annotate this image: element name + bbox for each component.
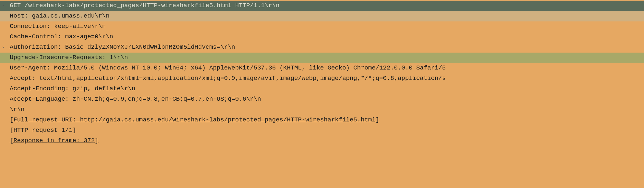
packet-line-6[interactable]: User-Agent: Mozilla/5.0 (Windows NT 10.0… xyxy=(0,63,644,73)
packet-line-3[interactable]: Cache-Control: max-age=0\r\n xyxy=(0,32,644,42)
packet-line-text: Cache-Control: max-age=0\r\n xyxy=(10,32,113,42)
packet-line-text: [HTTP request 1/1] xyxy=(10,125,76,135)
packet-line-text: \r\n xyxy=(10,105,25,115)
packet-line-text: User-Agent: Mozilla/5.0 (Windows NT 10.0… xyxy=(10,63,446,73)
packet-line-text: Accept: text/html,application/xhtml+xml,… xyxy=(10,73,446,83)
packet-line-text: Authorization: Basic d2lyZXNoYXJrLXN0dWR… xyxy=(10,42,235,52)
packet-line-10[interactable]: \r\n xyxy=(0,105,644,115)
packet-line-12[interactable]: [HTTP request 1/1] xyxy=(0,125,644,136)
packet-line-text: Accept-Encoding: gzip, deflate\r\n xyxy=(10,84,135,94)
packet-line-9[interactable]: Accept-Language: zh-CN,zh;q=0.9,en;q=0.8… xyxy=(0,94,644,105)
chevron-right-icon[interactable]: › xyxy=(2,44,5,51)
packet-link-text[interactable]: [Response in frame: 372] xyxy=(10,136,99,146)
packet-line-1[interactable]: Host: gaia.cs.umass.edu\r\n xyxy=(0,11,644,21)
packet-line-0[interactable]: ›GET /wireshark-labs/protected_pages/HTT… xyxy=(0,1,644,11)
packet-line-text: Upgrade-Insecure-Requests: 1\r\n xyxy=(10,53,128,63)
packet-line-8[interactable]: Accept-Encoding: gzip, deflate\r\n xyxy=(0,84,644,94)
packet-details-panel[interactable]: ›GET /wireshark-labs/protected_pages/HTT… xyxy=(0,0,644,147)
packet-link-text[interactable]: [Full request URI: http://gaia.cs.umass.… xyxy=(10,115,379,125)
packet-line-4[interactable]: ›Authorization: Basic d2lyZXNoYXJrLXN0dW… xyxy=(0,42,644,53)
packet-line-text: Accept-Language: zh-CN,zh;q=0.9,en;q=0.8… xyxy=(10,94,261,104)
packet-line-13[interactable]: [Response in frame: 372] xyxy=(0,136,644,146)
chevron-right-icon[interactable]: › xyxy=(2,2,5,9)
packet-line-text: GET /wireshark-labs/protected_pages/HTTP… xyxy=(10,1,279,11)
packet-line-11[interactable]: [Full request URI: http://gaia.cs.umass.… xyxy=(0,115,644,125)
packet-line-2[interactable]: Connection: keep-alive\r\n xyxy=(0,21,644,32)
packet-line-5[interactable]: Upgrade-Insecure-Requests: 1\r\n xyxy=(0,53,644,63)
packet-line-text: Connection: keep-alive\r\n xyxy=(10,21,106,31)
packet-line-7[interactable]: Accept: text/html,application/xhtml+xml,… xyxy=(0,73,644,84)
packet-line-text: Host: gaia.cs.umass.edu\r\n xyxy=(10,11,110,21)
